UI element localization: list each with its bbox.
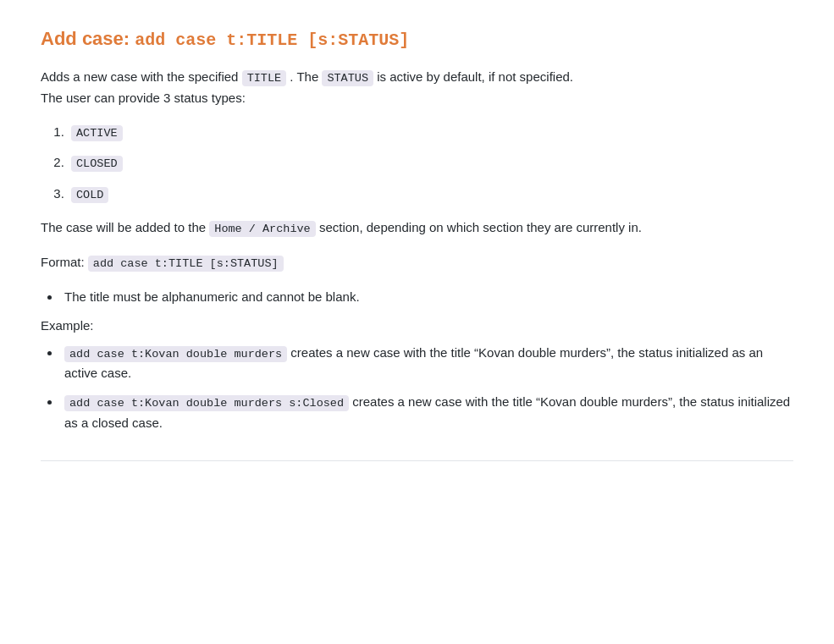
home-archive-code: Home / Archive (209, 221, 315, 237)
desc-before-title: Adds a new case with the specified (41, 69, 238, 84)
desc-after: is active by default, if not specified. (377, 69, 573, 84)
description-block: Adds a new case with the specified TITLE… (41, 67, 793, 108)
example-code-1: add case t:Kovan double murders (64, 346, 287, 362)
desc-line2: The user can provide 3 status types: (41, 91, 246, 105)
format-bullets: The title must be alphanumeric and canno… (61, 287, 793, 307)
list-item: add case t:Kovan double murders s:Closed… (61, 392, 793, 433)
status-closed: CLOSED (71, 156, 123, 172)
status-active: ACTIVE (71, 125, 123, 141)
title-command: add case t:TITLE [s:STATUS] (135, 30, 409, 50)
example-list: add case t:Kovan double murders creates … (61, 343, 793, 433)
bullet-title-alphanumeric: The title must be alphanumeric and canno… (64, 289, 360, 304)
list-item: The title must be alphanumeric and canno… (61, 287, 793, 307)
title-prefix: Add case: (41, 28, 130, 49)
home-archive-after: section, depending on which section they… (319, 220, 642, 234)
example-code-2: add case t:Kovan double murders s:Closed (64, 395, 349, 411)
format-block: Format: add case t:TITLE [s:STATUS] (41, 252, 793, 273)
home-archive-block: The case will be added to the Home / Arc… (41, 217, 793, 239)
example-label: Example: (41, 316, 793, 336)
list-item: CLOSED (68, 152, 793, 173)
status-types-list: ACTIVE CLOSED COLD (68, 122, 793, 205)
format-label: Format: (41, 255, 85, 269)
desc-middle: . The (290, 69, 318, 84)
list-item: ACTIVE (68, 122, 793, 143)
status-code: STATUS (322, 70, 373, 86)
title-code: TITLE (242, 70, 287, 86)
page-divider (41, 460, 793, 461)
list-item: COLD (68, 184, 793, 205)
home-archive-before: The case will be added to the (41, 220, 206, 234)
status-cold: COLD (71, 187, 108, 203)
format-code: add case t:TITLE [s:STATUS] (88, 256, 284, 272)
example-block: Example: add case t:Kovan double murders… (41, 316, 793, 433)
page-title: Add case: add case t:TITLE [s:STATUS] (41, 27, 793, 52)
list-item: add case t:Kovan double murders creates … (61, 343, 793, 384)
